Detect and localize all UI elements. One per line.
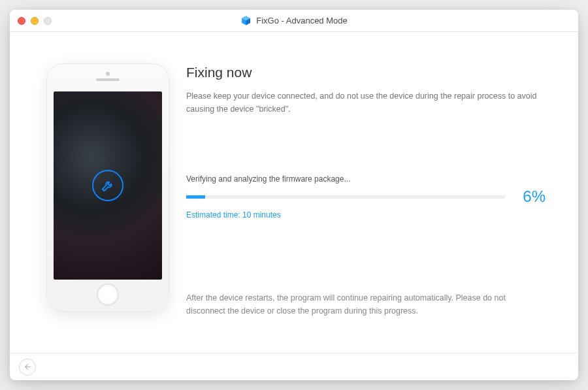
phone-home-button <box>97 284 119 306</box>
window-title-text: FixGo - Advanced Mode <box>256 16 347 25</box>
wrench-icon <box>92 170 123 201</box>
minimize-window-button[interactable] <box>31 17 39 25</box>
footer-note: After the device restarts, the program w… <box>186 291 546 317</box>
phone-camera-dot <box>106 72 110 76</box>
phone-speaker <box>96 78 120 81</box>
maximize-window-button[interactable] <box>44 17 52 25</box>
close-window-button[interactable] <box>18 17 25 25</box>
main-content: Fixing now Please keep your device conne… <box>10 32 578 353</box>
progress-percent: 6% <box>513 187 546 206</box>
window-title: FixGo - Advanced Mode <box>240 15 347 26</box>
progress-section: Verifying and analyzing the firmware pac… <box>186 174 546 219</box>
device-screen <box>54 91 162 280</box>
back-button[interactable] <box>19 359 36 376</box>
progress-bar-wrap <box>186 195 505 199</box>
status-column: Fixing now Please keep your device conne… <box>186 63 546 353</box>
progress-fill <box>186 195 205 199</box>
instruction-text: Please keep your device connected, and d… <box>186 89 546 116</box>
device-mockup <box>46 63 169 312</box>
app-window: FixGo - Advanced Mode Fixing now Plea <box>10 10 578 380</box>
window-controls <box>18 17 52 25</box>
progress-status-label: Verifying and analyzing the firmware pac… <box>186 174 546 184</box>
page-heading: Fixing now <box>186 65 546 80</box>
bottom-bar <box>10 353 578 380</box>
titlebar: FixGo - Advanced Mode <box>10 10 578 32</box>
arrow-left-icon <box>24 363 32 371</box>
estimated-time-label: Estimated time: 10 minutes <box>186 210 546 219</box>
device-column <box>42 63 173 353</box>
app-logo-icon <box>240 15 252 26</box>
progress-row: 6% <box>186 187 546 206</box>
progress-bar <box>186 195 505 199</box>
